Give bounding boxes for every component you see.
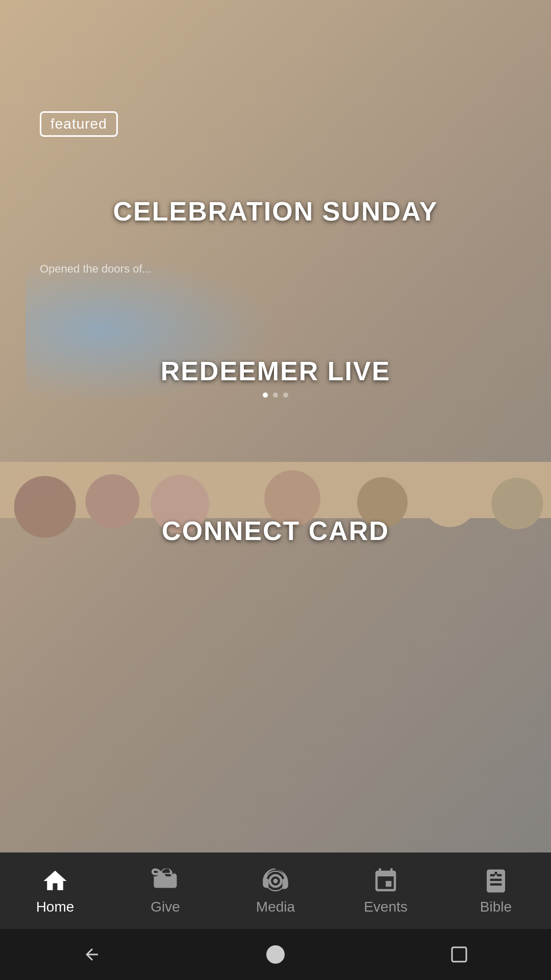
- slide-dot-3: [283, 393, 288, 398]
- back-button[interactable]: [77, 939, 107, 970]
- media-icon: [262, 867, 289, 895]
- nav-label-media: Media: [256, 899, 295, 915]
- featured-badge: featured: [40, 111, 118, 137]
- card-title-connect: CONNECT CARD: [26, 516, 525, 546]
- home-icon: [41, 867, 69, 895]
- nav-item-bible[interactable]: Bible: [455, 862, 537, 920]
- card-title-celebration: CELEBRATION SUNDAY: [26, 196, 525, 227]
- card-title-redeemer: REDEEMER LIVE: [26, 356, 525, 386]
- slide-dot-1: [263, 393, 268, 398]
- partial-people: [26, 574, 525, 625]
- events-icon: [372, 867, 399, 895]
- nav-label-events: Events: [364, 899, 408, 915]
- nav-item-events[interactable]: Events: [345, 862, 427, 920]
- card-background: [26, 574, 525, 625]
- nav-item-media[interactable]: Media: [235, 862, 316, 920]
- nav-label-give: Give: [151, 899, 180, 915]
- recent-apps-button[interactable]: [444, 939, 474, 970]
- redeemer-subtext: Opened the doors of...: [40, 262, 152, 276]
- partial-card[interactable]: [26, 574, 525, 625]
- system-home-button[interactable]: [260, 939, 291, 970]
- svg-point-48: [266, 945, 285, 964]
- nav-item-home[interactable]: Home: [14, 862, 96, 920]
- main-content: featured CELEBRATION SUNDAY Opened the d…: [0, 87, 551, 625]
- slide-indicators: [263, 393, 288, 398]
- slide-dot-2: [273, 393, 278, 398]
- svg-rect-49: [452, 947, 466, 962]
- bible-icon: [482, 867, 510, 895]
- system-nav-bar: [0, 929, 551, 980]
- nav-label-home: Home: [36, 899, 74, 915]
- nav-item-give[interactable]: Give: [124, 862, 206, 920]
- give-icon: [152, 867, 179, 895]
- nav-label-bible: Bible: [480, 899, 512, 915]
- bottom-nav: Home Give Media Events: [0, 852, 551, 929]
